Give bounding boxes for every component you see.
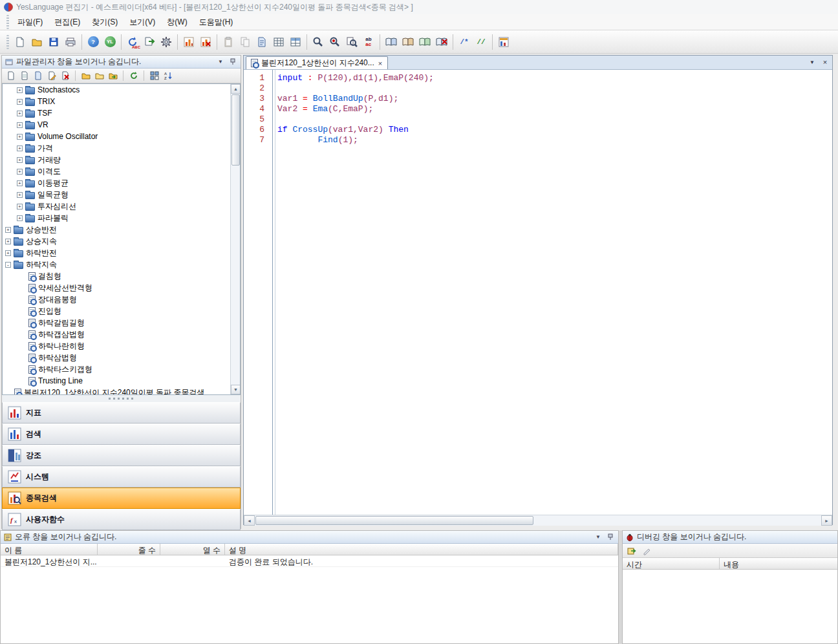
scroll-up-icon[interactable]: ▲ — [231, 84, 241, 94]
expand-icon[interactable] — [17, 134, 23, 140]
fm-new-formula-icon[interactable] — [5, 70, 17, 82]
column-name[interactable]: 이 름 — [1, 544, 98, 555]
panel-pin-icon[interactable] — [228, 58, 237, 67]
expand-icon[interactable] — [5, 239, 11, 244]
scroll-right-icon[interactable]: ► — [821, 515, 832, 526]
code-area[interactable]: 1input : P(120),d1(1),EmaP(240); 2 3var1… — [244, 70, 832, 515]
tree-item-parabolic[interactable]: 파라볼릭 — [3, 212, 240, 224]
fm-refresh-icon[interactable] — [127, 70, 140, 82]
open-file-icon[interactable] — [28, 34, 45, 50]
tree-item-formula[interactable]: 하락타스키갭형 — [3, 363, 240, 375]
category-stock-search[interactable]: 종목검색 — [2, 488, 241, 509]
tree-item-ichimoku[interactable]: 일목균형 — [3, 189, 240, 200]
tree-scrollbar[interactable]: ▲ ▼ — [230, 84, 240, 394]
menu-file[interactable]: 파일(F) — [12, 14, 48, 30]
tree-item-volume-oscillator[interactable]: Volume Oscillator — [3, 131, 240, 142]
tree-item-trix[interactable]: TRIX — [3, 96, 240, 107]
expand-icon[interactable] — [17, 87, 23, 93]
scroll-down-icon[interactable]: ▼ — [231, 385, 241, 394]
panel-dropdown-icon[interactable]: ▼ — [216, 58, 225, 67]
find-icon[interactable] — [310, 34, 327, 50]
tree-item-formula[interactable]: 진입형 — [3, 305, 240, 317]
collapse-icon[interactable] — [5, 262, 11, 268]
panel-splitter[interactable] — [2, 395, 241, 402]
category-indicator[interactable]: 지표 — [2, 402, 241, 424]
code-text[interactable]: if CrossUp(var1,Var2) Then — [268, 125, 409, 135]
debug-run-icon[interactable] — [625, 544, 638, 557]
column-line[interactable]: 줄 수 — [98, 544, 160, 555]
fm-rename-formula-icon[interactable] — [45, 70, 58, 82]
block-comment-icon[interactable]: /* — [456, 34, 473, 50]
panel-dropdown-icon[interactable]: ▼ — [594, 533, 603, 542]
tree-item-disparity[interactable]: 이격도 — [3, 166, 240, 177]
expand-icon[interactable] — [5, 250, 11, 256]
menu-edit[interactable]: 편집(E) — [48, 14, 86, 30]
scroll-thumb[interactable] — [255, 516, 533, 525]
tree-item-formula[interactable]: 하락나란히형 — [3, 340, 240, 352]
tree-item-formula[interactable]: Trusting Line — [3, 375, 240, 387]
expand-icon[interactable] — [17, 169, 23, 175]
editor-tab[interactable]: 볼린저120_1상한선이 지수240... × — [246, 56, 388, 69]
editor-horizontal-scrollbar[interactable]: ◄ ► — [244, 515, 832, 526]
column-content[interactable]: 내용 — [720, 558, 837, 569]
code-text[interactable]: input : P(120),d1(1),EmaP(240); — [268, 73, 434, 83]
tree-item-formula[interactable]: 약세삼선반격형 — [3, 282, 240, 294]
tree-item-vr[interactable]: VR — [3, 119, 240, 131]
code-text[interactable] — [268, 83, 277, 94]
line-comment-icon[interactable]: // — [473, 34, 489, 50]
verify-formula-icon[interactable]: ABC — [124, 34, 141, 50]
fm-view-mode-icon[interactable] — [148, 70, 160, 82]
code-text[interactable]: Find(1); — [268, 135, 358, 145]
menu-view[interactable]: 보기(V) — [124, 14, 161, 30]
remove-indicator-icon[interactable] — [197, 34, 214, 50]
tree-item-formula[interactable]: 하락갭삼법형 — [3, 328, 240, 340]
template-page-icon[interactable] — [253, 34, 270, 50]
close-document-icon[interactable]: × — [821, 58, 830, 67]
menu-find[interactable]: 찾기(S) — [86, 14, 124, 30]
debug-clear-icon[interactable] — [640, 544, 652, 557]
replace-icon[interactable]: abac — [360, 34, 377, 50]
expand-icon[interactable] — [5, 227, 11, 233]
category-user-function[interactable]: fx 사용자함수 — [2, 509, 241, 530]
expand-icon[interactable] — [17, 204, 23, 209]
tree-item-current-formula[interactable]: 볼린저120_1상한선이 지수240일이평 돌파 종목검색 — [3, 387, 240, 395]
yeslanguage-icon[interactable]: YL — [102, 34, 118, 50]
fm-delete-formula-icon[interactable] — [59, 70, 71, 82]
tree-item-formula[interactable]: 걸침형 — [3, 270, 240, 282]
fm-sort-az-icon[interactable]: AZ — [162, 70, 174, 82]
function-book-delete-icon[interactable] — [433, 34, 450, 50]
tree-item-volume[interactable]: 거래량 — [3, 154, 240, 166]
tree-item-fall-reversal[interactable]: 하락반전 — [3, 247, 240, 259]
code-text[interactable] — [268, 114, 277, 125]
expand-icon[interactable] — [17, 122, 23, 128]
fm-open-folder-icon[interactable] — [93, 70, 105, 82]
tree-item-rise-reversal[interactable]: 상승반전 — [3, 224, 240, 235]
code-text[interactable]: Var2 = Ema(C,EmaP); — [268, 104, 373, 114]
new-file-icon[interactable] — [12, 34, 28, 50]
function-book-3-icon[interactable] — [416, 34, 433, 50]
table-grid-blue-icon[interactable] — [287, 34, 304, 50]
tree-item-rise-continuation[interactable]: 상승지속 — [3, 235, 240, 247]
tree-item-formula[interactable]: 하락삼법형 — [3, 352, 240, 363]
tab-list-dropdown-icon[interactable]: ▼ — [808, 58, 817, 67]
column-col[interactable]: 열 수 — [160, 544, 225, 555]
scroll-thumb[interactable] — [231, 94, 240, 166]
build-gear-icon[interactable] — [158, 34, 175, 50]
tree-item-fall-continuation[interactable]: 하락지속 — [3, 259, 240, 270]
table-grid-icon[interactable] — [270, 34, 287, 50]
tree-item-price[interactable]: 가격 — [3, 142, 240, 154]
code-text[interactable]: var1 = BollBandUp(P,d1); — [268, 94, 398, 104]
expand-icon[interactable] — [17, 215, 23, 221]
category-emphasis[interactable]: 강조 — [2, 445, 241, 466]
find-next-icon[interactable] — [327, 34, 343, 50]
menu-window[interactable]: 창(W) — [161, 14, 193, 30]
category-system[interactable]: 시스템 — [2, 466, 241, 488]
tree-item-stochastocs[interactable]: Stochastocs — [3, 84, 240, 96]
tree-item-tsf[interactable]: TSF — [3, 107, 240, 119]
fm-open-formula-icon[interactable] — [18, 70, 30, 82]
column-desc[interactable]: 설 명 — [225, 544, 618, 555]
chart-settings-icon[interactable] — [495, 34, 512, 50]
scroll-left-icon[interactable]: ◄ — [244, 515, 255, 526]
tree-item-moving-average[interactable]: 이동평균 — [3, 177, 240, 189]
fm-save-formula-icon[interactable] — [32, 70, 44, 82]
